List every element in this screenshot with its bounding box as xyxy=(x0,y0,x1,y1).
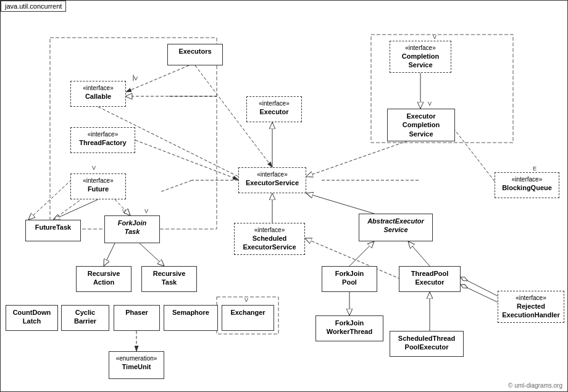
label-threadfactory: ThreadFactory xyxy=(75,138,131,147)
uml-box-blockingqueue: «interface»BlockingQueue xyxy=(495,172,559,198)
svg-line-16 xyxy=(115,199,130,215)
label-forkjoinpool: ForkJoinPool xyxy=(326,269,373,287)
label-abstractexecutorservice: AbstractExecutorService xyxy=(363,217,428,235)
uml-box-phaser: Phaser xyxy=(114,305,160,331)
label-timeunit: TimeUnit xyxy=(113,362,160,371)
label-executors: Executors xyxy=(172,47,219,56)
uml-box-executor: «interface»Executor xyxy=(246,96,302,122)
label-forkjoinworkerthread: ForkJoinWorkerThread xyxy=(320,319,379,336)
uml-box-forkjoinworkerthread: ForkJoinWorkerThread xyxy=(315,315,383,341)
label-forkjointask: ForkJoinTask xyxy=(109,219,156,236)
label-callable: Callable xyxy=(75,92,122,101)
label-executorcompletionservice: ExecutorCompletionService xyxy=(391,112,451,138)
uml-box-countdownlatch: CountDownLatch xyxy=(6,305,58,331)
svg-line-17 xyxy=(104,243,115,266)
uml-box-futuretask: FutureTask xyxy=(25,220,81,241)
svg-line-21 xyxy=(455,130,498,185)
label-threadpoolexecutor: ThreadPoolExecutor xyxy=(403,269,456,287)
svg-text:E: E xyxy=(533,165,537,172)
svg-line-5 xyxy=(126,65,189,92)
svg-line-22 xyxy=(135,140,238,180)
svg-line-11 xyxy=(408,241,430,266)
uml-box-recursiveaction: RecursiveAction xyxy=(76,266,132,292)
svg-text:V: V xyxy=(92,165,96,171)
uml-box-scheduledexecutorservice: «interface»ScheduledExecutorService xyxy=(234,223,305,255)
svg-line-20 xyxy=(306,141,408,177)
label-future: Future xyxy=(75,185,122,193)
svg-line-26 xyxy=(461,285,499,303)
stereotype-callable: «interface» xyxy=(75,84,122,92)
label-recursiveaction: RecursiveAction xyxy=(80,269,127,287)
label-countdownlatch: CountDownLatch xyxy=(10,308,54,326)
label-scheduledexecutorservice: ScheduledExecutorService xyxy=(238,234,301,252)
uml-box-executors: Executors xyxy=(167,44,223,65)
svg-line-18 xyxy=(140,243,164,266)
label-futuretask: FutureTask xyxy=(30,223,77,231)
label-scheduledthreadpoolexecutor: ScheduledThreadPoolExecutor xyxy=(394,334,459,352)
label-semaphore: Semaphore xyxy=(168,308,214,317)
svg-line-30 xyxy=(160,180,192,192)
svg-line-9 xyxy=(306,193,374,214)
svg-line-23 xyxy=(28,180,72,220)
stereotype-rejectedexecutionhandler: «interface» xyxy=(502,294,560,302)
label-completionservice: CompletionService xyxy=(394,52,447,70)
svg-text:V: V xyxy=(122,208,126,214)
title-box: java.util.concurrent xyxy=(1,1,66,12)
svg-text:V: V xyxy=(433,34,436,40)
uml-box-rejectedexecutionhandler: «interface»RejectedExecutionHandler xyxy=(498,291,564,323)
uml-box-threadfactory: «interface»ThreadFactory xyxy=(70,127,135,153)
uml-box-executorcompletionservice: ExecutorCompletionService xyxy=(387,109,455,141)
uml-box-forkjointask: ForkJoinTask xyxy=(104,215,160,243)
label-phaser: Phaser xyxy=(118,308,156,317)
stereotype-blockingqueue: «interface» xyxy=(499,175,555,183)
stereotype-executorservice: «interface» xyxy=(243,170,302,178)
label-cyclicbarrier: CyclicBarrier xyxy=(65,308,105,326)
uml-box-executorservice: «interface»ExecutorService xyxy=(238,167,306,193)
uml-box-forkjoinpool: ForkJoinPool xyxy=(322,266,377,292)
uml-box-future: «interface»Future xyxy=(70,173,126,199)
uml-box-threadpoolexecutor: ThreadPoolExecutor xyxy=(399,266,461,292)
copyright: © uml-diagrams.org xyxy=(508,382,562,389)
uml-box-timeunit: «enumeration»TimeUnit xyxy=(109,351,164,379)
label-recursivetask: RecursiveTask xyxy=(146,269,193,287)
svg-text:V: V xyxy=(244,297,248,303)
uml-box-abstractexecutorservice: AbstractExecutorService xyxy=(359,214,433,241)
label-blockingqueue: BlockingQueue xyxy=(499,183,555,192)
uml-box-semaphore: Semaphore xyxy=(164,305,218,331)
uml-box-callable: «interface»Callable xyxy=(70,81,126,107)
svg-line-27 xyxy=(461,277,499,297)
label-rejectedexecutionhandler: RejectedExecutionHandler xyxy=(502,302,560,320)
uml-box-scheduledthreadpoolexecutor: ScheduledThreadPoolExecutor xyxy=(390,331,464,357)
stereotype-scheduledexecutorservice: «interface» xyxy=(238,226,301,234)
label-exchanger: Exchanger xyxy=(226,308,270,317)
stereotype-threadfactory: «interface» xyxy=(75,130,131,138)
svg-text:V: V xyxy=(428,101,432,107)
label-executor: Executor xyxy=(251,107,298,116)
stereotype-executor: «interface» xyxy=(251,99,298,107)
uml-box-cyclicbarrier: CyclicBarrier xyxy=(61,305,109,331)
svg-text:V: V xyxy=(144,208,148,214)
stereotype-future: «interface» xyxy=(75,177,122,185)
svg-text:V: V xyxy=(134,75,138,81)
uml-box-completionservice: «interface»CompletionService xyxy=(390,41,451,73)
svg-line-15 xyxy=(53,199,98,220)
stereotype-timeunit: «enumeration» xyxy=(113,354,160,362)
uml-box-recursivetask: RecursiveTask xyxy=(141,266,197,292)
diagram-container: java.util.concurrent xyxy=(0,0,568,392)
label-executorservice: ExecutorService xyxy=(243,178,302,187)
svg-line-10 xyxy=(349,241,374,266)
stereotype-completionservice: «interface» xyxy=(394,44,447,52)
uml-box-exchanger: Exchanger xyxy=(222,305,274,331)
